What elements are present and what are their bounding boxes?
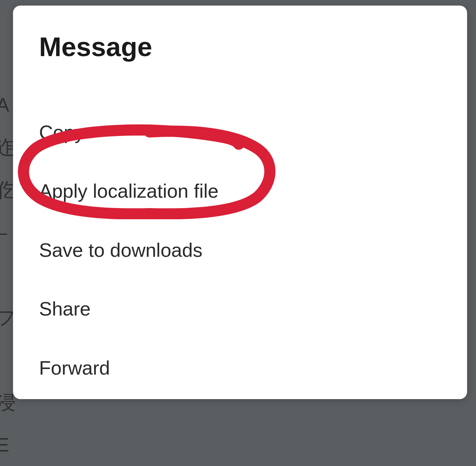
menu-item-copy[interactable]: Copy — [39, 103, 441, 162]
menu-item-share[interactable]: Share — [39, 279, 441, 338]
message-context-menu: Message Copy Apply localization file Sav… — [13, 6, 467, 399]
dialog-title: Message — [39, 32, 441, 62]
menu-item-apply-localization[interactable]: Apply localization file — [39, 162, 441, 220]
menu-item-save-downloads[interactable]: Save to downloads — [39, 221, 441, 279]
menu-item-forward[interactable]: Forward — [39, 339, 441, 397]
